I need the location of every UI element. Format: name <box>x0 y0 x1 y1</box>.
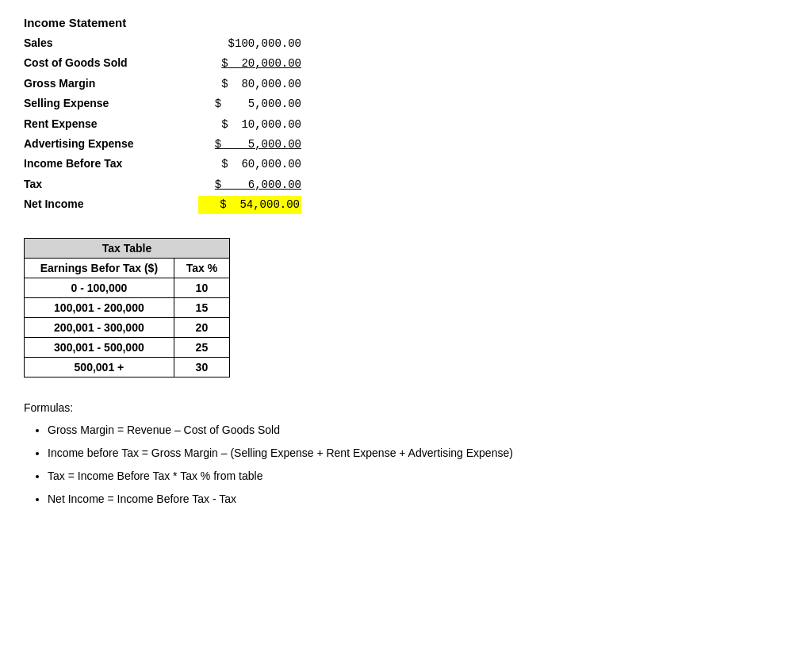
table-row: 500,001 + 30 <box>25 357 230 377</box>
income-row-rent-expense: Rent Expense $ 10,000.00 <box>24 115 788 133</box>
income-row-net-income: Net Income $ 54,000.00 <box>24 195 788 213</box>
income-label-rent-expense: Rent Expense <box>24 115 198 132</box>
income-row-advertising-expense: Advertising Expense $ 5,000.00 <box>24 135 788 153</box>
tax-percent-4: 25 <box>174 337 229 357</box>
income-label-sales: Sales <box>24 34 198 52</box>
tax-earnings-3: 200,001 - 300,000 <box>25 317 174 337</box>
formulas-title: Formulas: <box>24 401 788 414</box>
income-label-cogs: Cost of Goods Sold <box>24 54 198 71</box>
tax-earnings-5: 500,001 + <box>25 357 174 377</box>
formula-item-2: Income before Tax = Gross Margin – (Sell… <box>48 443 788 463</box>
income-row-income-before-tax: Income Before Tax $ 60,000.00 <box>24 155 788 173</box>
income-value-tax: $ 6,000.00 <box>198 176 301 194</box>
income-label-tax: Tax <box>24 175 198 193</box>
table-row: 0 - 100,000 10 <box>25 278 230 297</box>
table-row: 100,001 - 200,000 15 <box>25 297 230 317</box>
tax-table: Tax Table Earnings Befor Tax ($) Tax % 0… <box>24 238 230 377</box>
tax-percent-3: 20 <box>174 317 229 337</box>
table-row: 300,001 - 500,000 25 <box>25 337 230 357</box>
income-value-cogs: $ 20,000.00 <box>198 55 301 72</box>
tax-earnings-1: 0 - 100,000 <box>25 278 174 297</box>
income-label-net-income: Net Income <box>24 195 198 213</box>
formulas-list: Gross Margin = Revenue – Cost of Goods S… <box>24 420 788 510</box>
income-statement-section: Income Statement Sales $100,000.00 Cost … <box>24 16 788 214</box>
formula-item-4: Net Income = Income Before Tax - Tax <box>48 489 788 509</box>
income-row-tax: Tax $ 6,000.00 <box>24 175 788 194</box>
income-row-sales: Sales $100,000.00 <box>24 34 788 52</box>
tax-table-header-earnings: Earnings Befor Tax ($) <box>25 258 174 278</box>
formula-item-3: Tax = Income Before Tax * Tax % from tab… <box>48 466 788 486</box>
income-value-sales: $100,000.00 <box>198 35 301 52</box>
tax-table-section: Tax Table Earnings Befor Tax ($) Tax % 0… <box>24 238 788 377</box>
formula-item-1: Gross Margin = Revenue – Cost of Goods S… <box>48 420 788 440</box>
tax-earnings-2: 100,001 - 200,000 <box>25 297 174 317</box>
table-row: 200,001 - 300,000 20 <box>25 317 230 337</box>
income-row-selling-expense: Selling Expense $ 5,000.00 <box>24 94 788 113</box>
tax-table-title: Tax Table <box>24 238 230 258</box>
tax-table-header-tax: Tax % <box>174 258 229 278</box>
tax-percent-1: 10 <box>174 278 229 297</box>
income-label-income-before-tax: Income Before Tax <box>24 155 198 172</box>
formulas-section: Formulas: Gross Margin = Revenue – Cost … <box>24 401 788 510</box>
tax-percent-5: 30 <box>174 357 229 377</box>
tax-earnings-4: 300,001 - 500,000 <box>25 337 174 357</box>
tax-percent-2: 15 <box>174 297 229 317</box>
income-row-cogs: Cost of Goods Sold $ 20,000.00 <box>24 54 788 72</box>
income-value-income-before-tax: $ 60,000.00 <box>198 155 301 173</box>
income-statement-title: Income Statement <box>24 16 788 29</box>
income-value-rent-expense: $ 10,000.00 <box>198 116 301 133</box>
income-label-selling-expense: Selling Expense <box>24 94 198 112</box>
income-value-advertising-expense: $ 5,000.00 <box>198 136 301 153</box>
income-value-net-income: $ 54,000.00 <box>198 196 301 213</box>
income-row-gross-margin: Gross Margin $ 80,000.00 <box>24 75 788 93</box>
income-label-advertising-expense: Advertising Expense <box>24 135 198 152</box>
income-value-selling-expense: $ 5,000.00 <box>198 95 301 113</box>
income-label-gross-margin: Gross Margin <box>24 75 198 92</box>
income-value-gross-margin: $ 80,000.00 <box>198 75 301 93</box>
